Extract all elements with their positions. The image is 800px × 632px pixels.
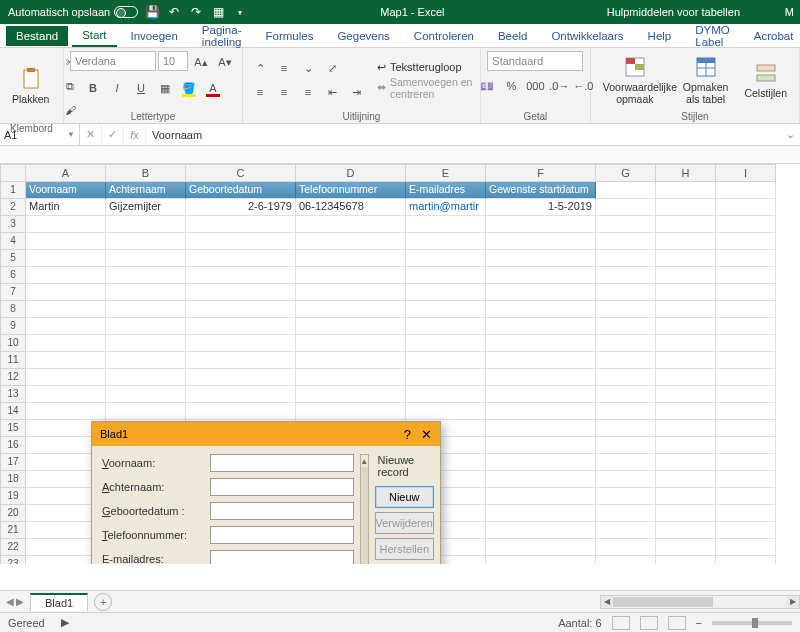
sheet-tab-blad1[interactable]: Blad1 <box>30 593 88 611</box>
view-page-layout-button[interactable] <box>640 616 658 630</box>
row-header-11[interactable]: 11 <box>0 352 26 369</box>
cell-D5[interactable] <box>296 250 406 267</box>
cell-F22[interactable] <box>486 539 596 556</box>
cell-H14[interactable] <box>656 403 716 420</box>
cell-G10[interactable] <box>596 335 656 352</box>
tab-formules[interactable]: Formules <box>255 26 323 46</box>
row-header-19[interactable]: 19 <box>0 488 26 505</box>
cell-A1[interactable]: Voornaam <box>26 182 106 199</box>
sheet-add-button[interactable]: + <box>94 593 112 611</box>
row-header-3[interactable]: 3 <box>0 216 26 233</box>
cell-F8[interactable] <box>486 301 596 318</box>
cell-H12[interactable] <box>656 369 716 386</box>
select-all-corner[interactable] <box>0 164 26 182</box>
redo-icon[interactable]: ↷ <box>188 4 204 20</box>
cell-C6[interactable] <box>186 267 296 284</box>
cell-B11[interactable] <box>106 352 186 369</box>
cell-B14[interactable] <box>106 403 186 420</box>
cell-G23[interactable] <box>596 556 656 564</box>
align-center-button[interactable]: ≡ <box>273 81 295 103</box>
cell-I11[interactable] <box>716 352 776 369</box>
cell-I1[interactable] <box>716 182 776 199</box>
cell-A10[interactable] <box>26 335 106 352</box>
tab-pagina-indeling[interactable]: Pagina-indeling <box>192 20 252 52</box>
cell-H19[interactable] <box>656 488 716 505</box>
thousand-button[interactable]: 000 <box>524 75 546 97</box>
cell-D14[interactable] <box>296 403 406 420</box>
cell-H16[interactable] <box>656 437 716 454</box>
cell-H18[interactable] <box>656 471 716 488</box>
cell-A6[interactable] <box>26 267 106 284</box>
increase-font-button[interactable]: A▴ <box>190 51 212 73</box>
autosave-toggle[interactable]: Automatisch opslaan <box>8 6 138 18</box>
cell-H5[interactable] <box>656 250 716 267</box>
cell-G9[interactable] <box>596 318 656 335</box>
cell-B9[interactable] <box>106 318 186 335</box>
cell-I5[interactable] <box>716 250 776 267</box>
row-header-16[interactable]: 16 <box>0 437 26 454</box>
cell-C4[interactable] <box>186 233 296 250</box>
cell-E9[interactable] <box>406 318 486 335</box>
row-header-8[interactable]: 8 <box>0 301 26 318</box>
border-button[interactable]: ▦ <box>154 77 176 99</box>
cell-B6[interactable] <box>106 267 186 284</box>
paste-button[interactable]: Plakken <box>6 63 55 109</box>
cell-I22[interactable] <box>716 539 776 556</box>
tab-help[interactable]: Help <box>638 26 682 46</box>
currency-button[interactable]: 💷 <box>476 75 498 97</box>
cell-G17[interactable] <box>596 454 656 471</box>
scroll-up-icon[interactable]: ▲ <box>361 455 368 467</box>
cell-C12[interactable] <box>186 369 296 386</box>
cell-F2[interactable]: 1-5-2019 <box>486 199 596 216</box>
cell-F20[interactable] <box>486 505 596 522</box>
spreadsheet-grid[interactable]: ABCDEFGHI1VoornaamAchternaamGeboortedatu… <box>0 164 800 564</box>
font-size-combo[interactable]: 10 <box>158 51 188 71</box>
cell-I23[interactable] <box>716 556 776 564</box>
cell-E11[interactable] <box>406 352 486 369</box>
cell-H8[interactable] <box>656 301 716 318</box>
cell-I18[interactable] <box>716 471 776 488</box>
cell-B7[interactable] <box>106 284 186 301</box>
name-box-dropdown-icon[interactable]: ▼ <box>67 130 75 139</box>
cell-H2[interactable] <box>656 199 716 216</box>
view-normal-button[interactable] <box>612 616 630 630</box>
cell-B10[interactable] <box>106 335 186 352</box>
col-header-F[interactable]: F <box>486 164 596 182</box>
cell-G13[interactable] <box>596 386 656 403</box>
cell-D10[interactable] <box>296 335 406 352</box>
undo-icon[interactable]: ↶ <box>166 4 182 20</box>
cell-E5[interactable] <box>406 250 486 267</box>
field-input-emailadres[interactable] <box>210 550 354 564</box>
cell-C2[interactable]: 2-6-1979 <box>186 199 296 216</box>
italic-button[interactable]: I <box>106 77 128 99</box>
cell-styles-button[interactable]: Celstijlen <box>738 57 793 103</box>
cell-I2[interactable] <box>716 199 776 216</box>
cell-C7[interactable] <box>186 284 296 301</box>
cell-G2[interactable] <box>596 199 656 216</box>
cell-I6[interactable] <box>716 267 776 284</box>
cell-E14[interactable] <box>406 403 486 420</box>
col-header-E[interactable]: E <box>406 164 486 182</box>
cell-F10[interactable] <box>486 335 596 352</box>
field-input-geboortedatum[interactable] <box>210 502 354 520</box>
col-header-G[interactable]: G <box>596 164 656 182</box>
cell-G16[interactable] <box>596 437 656 454</box>
col-header-I[interactable]: I <box>716 164 776 182</box>
cell-H11[interactable] <box>656 352 716 369</box>
align-top-button[interactable]: ⌃ <box>249 57 271 79</box>
cell-D11[interactable] <box>296 352 406 369</box>
cell-F1[interactable]: Gewenste startdatum <box>486 182 596 199</box>
cell-G12[interactable] <box>596 369 656 386</box>
align-right-button[interactable]: ≡ <box>297 81 319 103</box>
cell-E2[interactable]: martin@martir <box>406 199 486 216</box>
field-input-achternaam[interactable] <box>210 478 354 496</box>
cell-G6[interactable] <box>596 267 656 284</box>
cell-H21[interactable] <box>656 522 716 539</box>
cell-E12[interactable] <box>406 369 486 386</box>
cell-D9[interactable] <box>296 318 406 335</box>
cell-F17[interactable] <box>486 454 596 471</box>
tab-dymo[interactable]: DYMO Label <box>685 20 740 52</box>
col-header-H[interactable]: H <box>656 164 716 182</box>
field-input-telefoonnummer[interactable] <box>210 526 354 544</box>
tab-controleren[interactable]: Controleren <box>404 26 484 46</box>
